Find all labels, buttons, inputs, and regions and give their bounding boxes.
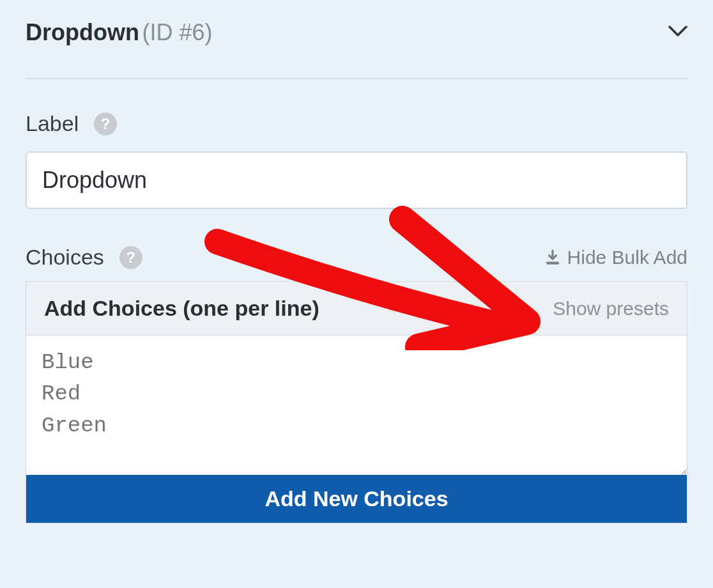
- help-icon[interactable]: ?: [119, 246, 142, 269]
- hide-bulk-add-link[interactable]: Hide Bulk Add: [544, 247, 687, 268]
- download-icon: [544, 249, 561, 266]
- help-icon[interactable]: ?: [94, 112, 117, 135]
- bulk-panel-header: Add Choices (one per line) Show presets: [26, 282, 687, 336]
- choices-heading-left: Choices ?: [26, 245, 142, 270]
- chevron-down-icon[interactable]: [668, 26, 687, 40]
- panel-header[interactable]: Dropdown (ID #6): [26, 19, 687, 79]
- choices-heading-row: Choices ? Hide Bulk Add: [26, 245, 687, 270]
- choices-heading: Choices: [26, 245, 104, 270]
- show-presets-link[interactable]: Show presets: [553, 298, 669, 320]
- bulk-add-panel: Add Choices (one per line) Show presets …: [26, 281, 687, 523]
- svg-rect-0: [546, 261, 559, 264]
- panel-id: (ID #6): [142, 19, 212, 45]
- label-heading: Label: [26, 111, 79, 136]
- label-heading-row: Label ?: [26, 111, 687, 136]
- bulk-choices-textarea[interactable]: [26, 336, 687, 475]
- hide-bulk-add-label: Hide Bulk Add: [567, 247, 687, 268]
- panel-title-group: Dropdown (ID #6): [26, 19, 212, 46]
- label-input[interactable]: [26, 151, 687, 209]
- add-new-choices-button[interactable]: Add New Choices: [26, 475, 687, 523]
- bulk-panel-title: Add Choices (one per line): [44, 296, 319, 321]
- panel-title: Dropdown: [26, 19, 139, 45]
